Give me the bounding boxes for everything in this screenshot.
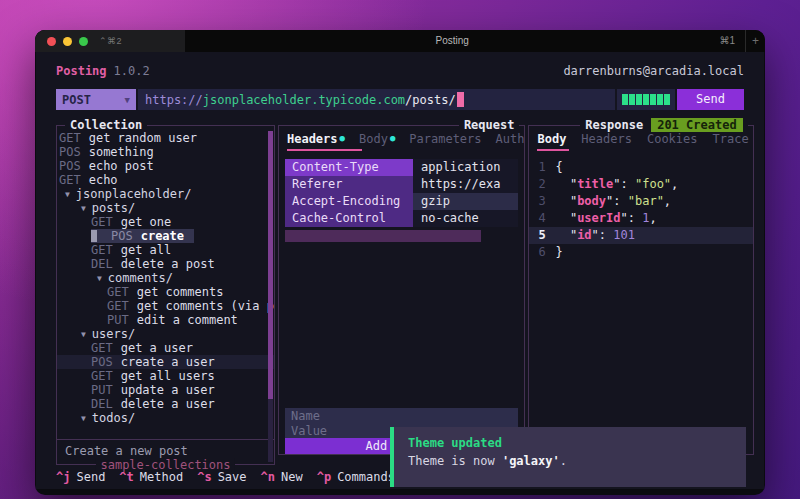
header-name-cell: Referer xyxy=(285,176,413,193)
tree-folder[interactable]: ▼posts/ xyxy=(57,201,274,215)
folder-name: jsonplaceholder/ xyxy=(76,187,192,201)
tree-request[interactable]: GETget one xyxy=(57,215,274,229)
code-line: 2 "title": "foo", xyxy=(529,176,752,193)
request-name: update a user xyxy=(121,383,215,397)
request-name: create xyxy=(141,229,184,243)
request-method: DEL xyxy=(91,257,113,271)
line-number: 5 xyxy=(529,227,555,244)
request-name: get comments (via p xyxy=(137,299,274,313)
request-method: GET xyxy=(59,173,81,187)
tree-request[interactable]: PUTupdate a user xyxy=(57,383,274,397)
terminal-tab[interactable]: ⌃⌘2 xyxy=(35,30,185,52)
tree-request[interactable]: POSsomething xyxy=(57,145,274,159)
toast-message: Theme is now 'galaxy'. xyxy=(408,454,732,468)
close-window-button[interactable] xyxy=(47,37,56,46)
tree-request[interactable]: POScreate xyxy=(57,229,274,243)
folder-name: users/ xyxy=(92,327,135,341)
activity-block xyxy=(636,94,642,105)
tab-headers[interactable]: Headers● xyxy=(287,132,345,146)
tree-folder[interactable]: ▼comments/ xyxy=(57,271,274,285)
tree-folder[interactable]: ▼todos/ xyxy=(57,411,274,425)
line-content: "userId": 1, xyxy=(555,210,656,227)
tab-shortcut-label: ⌃⌘2 xyxy=(99,36,122,46)
send-button[interactable]: Send xyxy=(677,89,744,110)
request-method: PUT xyxy=(107,313,129,327)
header-row[interactable]: Content-Typeapplication xyxy=(285,159,518,176)
response-body-editor[interactable]: 1{2 "title": "foo",3 "body": "bar",4 "us… xyxy=(529,159,752,261)
header-name-cell: Content-Type xyxy=(285,159,413,176)
line-content: } xyxy=(555,244,562,261)
tree-request[interactable]: GETget all xyxy=(57,243,274,257)
tree-folder[interactable]: ▼jsonplaceholder/ xyxy=(57,187,274,201)
request-method: GET xyxy=(107,285,129,299)
tree-request[interactable]: PUTedit a comment xyxy=(57,313,274,327)
request-name: get random user xyxy=(89,131,197,145)
request-method: POS xyxy=(59,145,81,159)
request-name: get all users xyxy=(121,369,215,383)
tab-body[interactable]: Body xyxy=(537,132,566,146)
activity-block xyxy=(622,94,628,105)
keybinding-key: ^t xyxy=(119,470,133,484)
new-tab-button[interactable]: + xyxy=(745,30,765,52)
request-method: GET xyxy=(107,299,129,313)
folder-name: comments/ xyxy=(108,271,173,285)
tab-cookies[interactable]: Cookies xyxy=(647,132,698,146)
url-input[interactable]: https://jsonplaceholder.typicode.com/pos… xyxy=(138,89,615,110)
tree-request[interactable]: GETget random user xyxy=(57,131,274,145)
tree-request[interactable]: POSecho post xyxy=(57,159,274,173)
collection-scrollbar-track[interactable] xyxy=(268,399,273,462)
header-name-cell: Accept-Encoding xyxy=(285,193,413,210)
line-content: "body": "bar", xyxy=(555,193,671,210)
headers-table-scrollbar[interactable] xyxy=(285,230,481,242)
tree-request[interactable]: DELdelete a post xyxy=(57,257,274,271)
tree-request[interactable]: GETecho xyxy=(57,173,274,187)
toast-notification: Theme updated Theme is now 'galaxy'. xyxy=(390,427,746,487)
tab-body[interactable]: Body● xyxy=(359,132,395,146)
minimize-window-button[interactable] xyxy=(63,37,72,46)
line-content: "id": 101 xyxy=(555,227,635,244)
header-name-input[interactable] xyxy=(285,408,518,423)
tree-request[interactable]: DELdelete a user xyxy=(57,397,274,411)
keybinding-send[interactable]: ^jSend xyxy=(56,470,105,485)
request-name: delete a post xyxy=(121,257,215,271)
request-method: GET xyxy=(91,341,113,355)
header-row[interactable]: Accept-Encodinggzip xyxy=(285,193,518,210)
keybinding-new[interactable]: ^nNew xyxy=(261,470,303,485)
tab-headers[interactable]: Headers xyxy=(581,132,632,146)
tab-auth[interactable]: Auth xyxy=(496,132,525,146)
tree-request[interactable]: GETget comments xyxy=(57,285,274,299)
request-headers-table[interactable]: Content-TypeapplicationRefererhttps://ex… xyxy=(285,159,518,227)
tree-request[interactable]: GETget comments (via p xyxy=(57,299,274,313)
keybinding-commands[interactable]: ^pCommands xyxy=(317,470,395,485)
collection-tree[interactable]: GETget random userPOSsomethingPOSecho po… xyxy=(57,126,274,439)
zoom-window-button[interactable] xyxy=(79,37,88,46)
header-value-cell: https://exa xyxy=(413,176,518,193)
collection-scrollbar-thumb[interactable] xyxy=(268,131,273,399)
tab-trace[interactable]: Trace xyxy=(713,132,749,146)
request-name: get all xyxy=(121,243,172,257)
tree-request[interactable]: POScreate a user xyxy=(57,355,274,369)
tree-request[interactable]: GETget all users xyxy=(57,369,274,383)
active-tab-underline xyxy=(537,149,569,151)
line-content: { xyxy=(555,159,562,176)
line-content: "title": "foo", xyxy=(555,176,678,193)
request-method: GET xyxy=(91,369,113,383)
request-panel-title: Request xyxy=(459,118,520,132)
tab-parameters[interactable]: Parameters xyxy=(409,132,481,146)
tree-folder[interactable]: ▼users/ xyxy=(57,327,274,341)
header-row[interactable]: Cache-Controlno-cache xyxy=(285,210,518,227)
keybinding-key: ^p xyxy=(317,470,331,484)
keybinding-save[interactable]: ^sSave xyxy=(197,470,246,485)
url-path: /posts/ xyxy=(405,93,456,107)
request-method: POS xyxy=(91,355,113,369)
request-name: get one xyxy=(121,215,172,229)
activity-block xyxy=(657,94,663,105)
modified-dot-icon: ● xyxy=(390,133,395,143)
tree-request[interactable]: GETget a user xyxy=(57,341,274,355)
chevron-down-icon: ▼ xyxy=(125,95,130,105)
method-dropdown[interactable]: POST ▼ xyxy=(56,89,136,110)
response-panel: Response201 Created BodyHeadersCookiesTr… xyxy=(528,125,753,455)
header-row[interactable]: Refererhttps://exa xyxy=(285,176,518,193)
keybinding-method[interactable]: ^tMethod xyxy=(119,470,183,485)
toast-title: Theme updated xyxy=(408,436,732,450)
